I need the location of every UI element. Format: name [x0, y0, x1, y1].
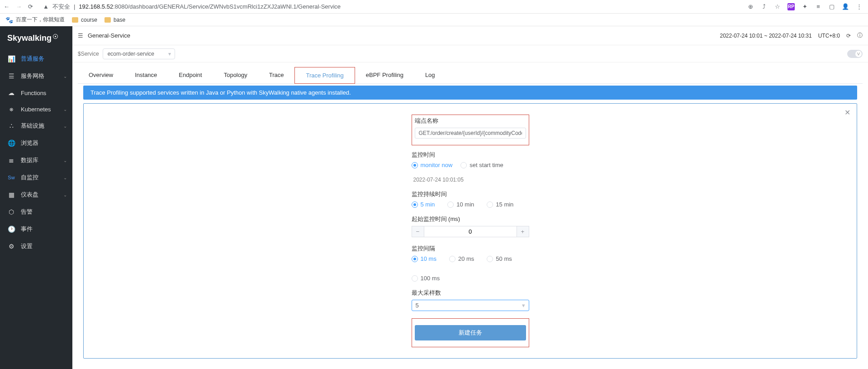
sidebar-item-settings[interactable]: ⚙ 设置: [0, 238, 72, 255]
radio-label: 10 ms: [421, 255, 436, 262]
endpoint-name-input[interactable]: [415, 128, 526, 139]
sw-icon: Sw: [7, 175, 15, 180]
hexagon-icon: ⬡: [7, 208, 15, 216]
radio-interval-10ms[interactable]: 10 ms: [412, 255, 436, 262]
radio-icon: [412, 275, 418, 282]
extensions-icon[interactable]: ✦: [801, 3, 808, 10]
radio-duration-5min[interactable]: 5 min: [412, 201, 435, 208]
globe-icon: 🌐: [7, 139, 15, 147]
share-icon[interactable]: ⤴: [760, 3, 768, 10]
threshold-input[interactable]: [424, 226, 517, 237]
radio-icon: [412, 162, 418, 168]
radio-icon: [412, 256, 418, 262]
duration-label: 监控持续时间: [412, 190, 529, 198]
profiling-form-panel: ✕ 端点名称 监控时间 monitor now: [83, 103, 857, 359]
profile-icon[interactable]: 👤: [842, 3, 849, 10]
sidebar-item-general[interactable]: 📊 普通服务: [0, 50, 72, 67]
menu-icon[interactable]: ⋮: [855, 3, 863, 10]
service-select[interactable]: ecom-order-service: [103, 48, 175, 59]
sidebar-item-alarm[interactable]: ⬡ 告警: [0, 203, 72, 220]
translate-icon[interactable]: ⊕: [747, 3, 754, 10]
close-icon[interactable]: ✕: [844, 108, 850, 117]
sidebar-item-event[interactable]: 🕑 事件: [0, 220, 72, 238]
radio-label: 5 min: [421, 201, 435, 208]
extension-rp-icon[interactable]: RP: [787, 3, 795, 10]
url-path: /dashboard/GENERAL/Service/ZWNvbS1vcmRlc…: [128, 3, 341, 10]
sidebar-item-label: 基础设施: [21, 122, 44, 130]
grid-icon: ▦: [7, 191, 15, 198]
bookmark-baidu-label: 百度一下，你就知道: [16, 16, 65, 24]
max-samples-value: 5: [416, 302, 419, 309]
threshold-stepper[interactable]: − +: [412, 226, 529, 237]
insecure-label: 不安全: [52, 3, 70, 11]
radio-icon: [412, 201, 418, 208]
sidebar-item-browser[interactable]: 🌐 浏览器: [0, 134, 72, 152]
database-icon: ≣: [7, 157, 15, 164]
info-icon[interactable]: ⓘ: [857, 32, 863, 39]
tab-overview[interactable]: Overview: [78, 67, 124, 83]
layers-icon: ☰: [7, 72, 15, 80]
sidebar-item-kubernetes[interactable]: ⎈ Kubernetes ⌄: [0, 101, 72, 117]
chevron-down-icon: ⌄: [63, 192, 67, 197]
radio-interval-100ms[interactable]: 100 ms: [412, 275, 440, 282]
back-button[interactable]: ←: [4, 3, 9, 10]
sidebar-item-label: 设置: [21, 242, 33, 250]
breadcrumb-icon[interactable]: ☰: [78, 32, 83, 39]
sidebar-item-selfobs[interactable]: Sw 自监控 ⌄: [0, 169, 72, 186]
tab-trace-profiling[interactable]: Trace Profiling: [294, 67, 355, 84]
sidebar-item-dashboard[interactable]: ▦ 仪表盘 ⌄: [0, 186, 72, 203]
sidepanel-icon[interactable]: ▢: [828, 3, 835, 10]
sidebar-item-label: 仪表盘: [21, 191, 38, 199]
kubernetes-icon: ⎈: [7, 105, 15, 113]
sidebar-item-functions[interactable]: ☁ Functions: [0, 85, 72, 101]
sidebar-item-database[interactable]: ≣ 数据库 ⌄: [0, 152, 72, 169]
sidebar-item-label: 数据库: [21, 156, 38, 164]
start-time-hint: 2022-07-24 10:01:05: [413, 177, 464, 183]
tab-ebpf-profiling[interactable]: eBPF Profiling: [355, 67, 414, 83]
forward-button[interactable]: →: [16, 3, 22, 10]
tab-topology[interactable]: Topology: [213, 67, 258, 83]
sidebar-item-infra[interactable]: ∴ 基础设施 ⌄: [0, 117, 72, 134]
refresh-icon[interactable]: ⟳: [846, 33, 851, 39]
radio-duration-10min[interactable]: 10 min: [447, 201, 474, 208]
tab-log[interactable]: Log: [414, 67, 446, 83]
radio-icon: [447, 201, 454, 208]
view-toggle[interactable]: V: [847, 50, 863, 58]
max-samples-label: 最大采样数: [412, 289, 529, 297]
radio-set-start-time[interactable]: set start time: [460, 162, 503, 168]
tab-endpoint[interactable]: Endpoint: [168, 67, 213, 83]
service-selector-row: $Service ecom-order-service V: [72, 45, 868, 62]
reload-button[interactable]: ⟳: [28, 3, 33, 10]
radio-label: 100 ms: [421, 275, 440, 282]
folder-icon: [104, 17, 111, 23]
sidebar-item-label: 自监控: [21, 173, 38, 182]
radio-monitor-now[interactable]: monitor now: [412, 162, 453, 168]
bookmark-base[interactable]: base: [104, 17, 125, 23]
radio-interval-50ms[interactable]: 50 ms: [487, 255, 512, 262]
reading-list-icon[interactable]: ≡: [815, 3, 822, 10]
decrement-button[interactable]: −: [412, 226, 424, 237]
sidebar-item-label: 普通服务: [21, 55, 44, 63]
interval-label: 监控间隔: [412, 244, 529, 253]
info-banner: Trace Profiling supported services writt…: [83, 86, 857, 100]
bookmark-baidu[interactable]: 🐾 百度一下，你就知道: [5, 16, 65, 24]
radio-duration-15min[interactable]: 15 min: [487, 201, 513, 208]
max-samples-select[interactable]: 5: [412, 300, 529, 311]
sidebar-item-label: 服务网格: [21, 72, 44, 80]
radio-label: 50 ms: [496, 255, 512, 262]
address-bar[interactable]: ▲ 不安全 | 192.168.5.52:8080/dashboard/GENE…: [39, 3, 740, 11]
service-select-value: ecom-order-service: [108, 51, 154, 57]
time-range[interactable]: 2022-07-24 10:01 ~ 2022-07-24 10:31: [720, 33, 811, 39]
create-task-button[interactable]: 新建任务: [415, 325, 526, 340]
bookmark-star-icon[interactable]: ☆: [774, 3, 781, 10]
radio-label: 15 min: [496, 201, 513, 208]
tabs: Overview Instance Endpoint Topology Trac…: [78, 67, 863, 84]
sidebar-item-mesh[interactable]: ☰ 服务网格 ⌄: [0, 67, 72, 85]
tab-trace[interactable]: Trace: [258, 67, 295, 83]
radio-interval-20ms[interactable]: 20 ms: [449, 255, 474, 262]
increment-button[interactable]: +: [517, 226, 529, 237]
tab-instance[interactable]: Instance: [124, 67, 168, 83]
radio-icon: [449, 256, 455, 262]
cloud-icon: ☁: [7, 89, 15, 96]
bookmark-course[interactable]: course: [72, 17, 97, 23]
